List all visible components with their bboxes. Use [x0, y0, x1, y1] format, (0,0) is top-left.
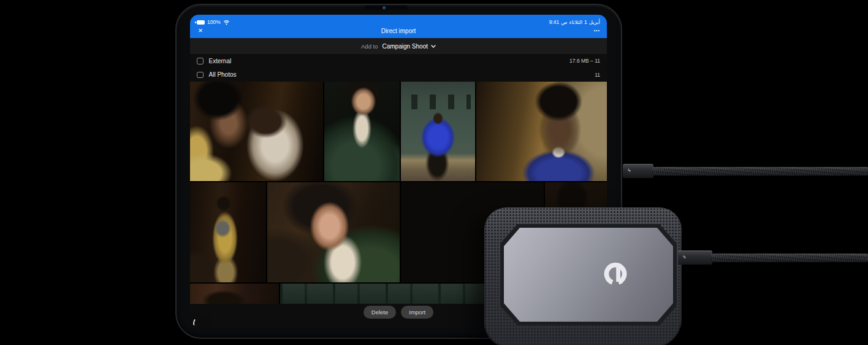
source-row-all-photos[interactable]: All Photos 11: [190, 68, 607, 82]
status-time: 9:41: [549, 20, 560, 25]
photo-thumbnail[interactable]: [190, 182, 266, 282]
album-dropdown[interactable]: Campaign Shoot: [382, 43, 436, 50]
photo-thumbnail[interactable]: [476, 82, 607, 181]
import-button[interactable]: Import: [401, 306, 433, 319]
delete-button[interactable]: Delete: [364, 306, 396, 319]
source-label: All Photos: [209, 71, 237, 78]
status-day: 1: [584, 20, 587, 25]
photo-thumbnail[interactable]: [190, 284, 279, 304]
album-name: Campaign Shoot: [382, 43, 428, 50]
drive-plate: [504, 228, 673, 322]
thunderbolt-icon: ϟ: [682, 255, 686, 260]
status-am-pm: ص: [561, 20, 567, 25]
thunderbolt-connector-top: ϟ: [623, 164, 653, 178]
status-datetime: 9:41 ص الثلاثاء 1 أبريل: [549, 20, 600, 25]
drive-plate-ridge: [500, 224, 677, 325]
status-month: أبريل: [589, 20, 600, 25]
checkbox-external[interactable]: [197, 58, 204, 64]
source-detail: 11: [595, 72, 600, 78]
g-drive-logo-icon: [601, 260, 630, 289]
status-left-cluster: 100%: [197, 20, 230, 25]
photo-thumbnail[interactable]: [324, 82, 400, 181]
battery-percent: 100%: [207, 20, 221, 25]
chevron-down-icon: [431, 45, 436, 48]
source-detail: 17.6 MB – 11: [569, 58, 600, 64]
wifi-icon: [223, 20, 230, 25]
top-bar: 100% 9:41 ص الثلاثاء 1 أبريل ✕ D: [190, 15, 607, 38]
cable-top: [652, 167, 868, 176]
add-to-bar: Add to Campaign Shoot: [190, 38, 607, 54]
front-camera-icon: [383, 6, 386, 10]
more-options-icon[interactable]: •••: [594, 28, 600, 33]
battery-icon: [197, 20, 205, 25]
cable-bottom: [711, 254, 868, 262]
thunderbolt-connector-bottom: ϟ: [678, 250, 712, 265]
source-list: External 17.6 MB – 11 All Photos 11: [190, 54, 607, 82]
add-to-label: Add to: [361, 43, 378, 50]
photo-thumbnail[interactable]: [267, 182, 400, 282]
checkbox-all-photos[interactable]: [197, 72, 204, 79]
source-label: External: [209, 58, 232, 64]
scene: ϟ 100% 9:41 ص الثلاثاء: [0, 0, 868, 345]
thunderbolt-icon: ϟ: [627, 168, 631, 174]
external-drive: [484, 207, 682, 345]
source-row-external[interactable]: External 17.6 MB – 11: [190, 54, 607, 68]
photo-thumbnail[interactable]: [190, 82, 323, 181]
status-weekday: الثلاثاء: [569, 20, 582, 25]
front-camera-housing: [365, 6, 408, 10]
photo-thumbnail[interactable]: [401, 82, 475, 181]
status-bar: 100% 9:41 ص الثلاثاء 1 أبريل: [190, 15, 607, 26]
app-header: ✕ Direct import •••: [190, 26, 607, 38]
page-title: Direct import: [190, 28, 607, 34]
